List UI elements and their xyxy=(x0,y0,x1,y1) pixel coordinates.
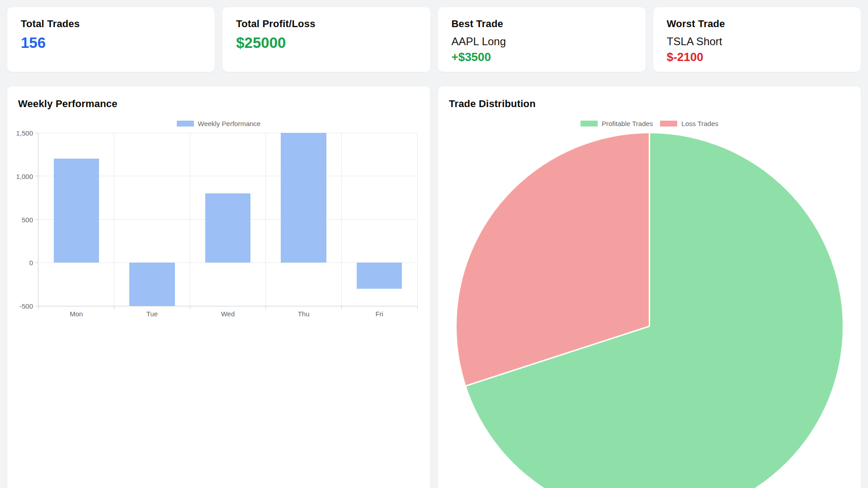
x-axis-tick xyxy=(341,306,342,309)
x-gridline xyxy=(190,133,190,306)
x-axis-tick xyxy=(417,306,418,309)
y-axis-tick xyxy=(35,133,38,133)
card-title: Total Trades xyxy=(21,18,201,30)
best-trade-value: +$3500 xyxy=(452,50,632,64)
card-title: Worst Trade xyxy=(667,18,847,30)
pie-slice-border xyxy=(466,326,650,387)
total-profit-loss-value: $25000 xyxy=(236,34,416,52)
legend-label: Profitable Trades xyxy=(602,120,653,127)
best-trade-symbol: AAPL Long xyxy=(452,35,632,48)
worst-trade-symbol: TSLA Short xyxy=(667,35,847,48)
pie-chart xyxy=(457,133,843,488)
y-axis-tick xyxy=(35,176,38,176)
bar-fri xyxy=(357,263,402,288)
bar-chart-legend: Weekly Performance xyxy=(18,120,419,127)
y-axis-tick-label: 500 xyxy=(13,216,33,223)
x-gridline xyxy=(341,133,342,306)
stats-cards-row: Total Trades 156 Total Profit/Loss $2500… xyxy=(7,7,861,72)
stat-card-total-profit-loss: Total Profit/Loss $25000 xyxy=(222,7,430,72)
y-axis-tick-label: -500 xyxy=(13,302,33,310)
legend-item-profitable-trades: Profitable Trades xyxy=(580,120,653,127)
weekly-performance-panel: Weekly Performance Weekly Performance 1,… xyxy=(7,86,430,488)
legend-swatch-icon xyxy=(580,121,598,127)
card-title: Best Trade xyxy=(452,18,632,30)
y-axis-tick-label: 1,500 xyxy=(13,129,33,137)
stat-card-best-trade: Best Trade AAPL Long +$3500 xyxy=(438,7,646,72)
stat-card-total-trades: Total Trades 156 xyxy=(7,7,215,72)
bar-mon xyxy=(54,159,99,263)
x-gridline xyxy=(265,133,266,306)
legend-swatch-icon xyxy=(660,121,677,127)
y-axis-tick xyxy=(35,219,38,220)
x-axis-tick xyxy=(114,306,114,309)
stat-card-worst-trade: Worst Trade TSLA Short $-2100 xyxy=(653,7,861,72)
bar-tue xyxy=(129,263,175,306)
x-axis-category-label: Mon xyxy=(38,310,114,318)
y-axis-tick-label: 0 xyxy=(13,259,33,267)
pie-chart-legend: Profitable TradesLoss Trades xyxy=(449,120,850,127)
worst-trade-value: $-2100 xyxy=(667,50,847,64)
x-axis-category-label: Fri xyxy=(341,310,417,318)
charts-row: Weekly Performance Weekly Performance 1,… xyxy=(7,86,861,488)
x-axis-tick xyxy=(265,306,266,309)
trade-distribution-panel: Trade Distribution Profitable TradesLoss… xyxy=(438,86,861,488)
pie-slice-border xyxy=(649,133,650,326)
y-axis-tick xyxy=(35,263,38,263)
total-trades-value: 156 xyxy=(21,34,201,52)
x-axis-category-label: Thu xyxy=(266,310,342,318)
y-axis-tick-label: 1,000 xyxy=(13,172,33,180)
bar-thu xyxy=(281,133,326,263)
trade-distribution-title: Trade Distribution xyxy=(449,98,850,110)
legend-label: Loss Trades xyxy=(681,120,718,127)
bar-chart-plot-area: 1,5001,0005000-500MonTueWedThuFri xyxy=(38,133,417,306)
weekly-performance-title: Weekly Performance xyxy=(18,98,419,110)
y-axis-tick xyxy=(35,306,38,306)
x-axis-tick xyxy=(190,306,190,309)
x-axis-category-label: Wed xyxy=(190,310,266,318)
legend-item-weekly-performance: Weekly Performance xyxy=(177,120,261,127)
legend-item-loss-trades: Loss Trades xyxy=(660,120,718,127)
x-gridline xyxy=(417,133,418,306)
x-axis-tick xyxy=(38,306,39,309)
legend-label: Weekly Performance xyxy=(198,120,261,127)
x-gridline xyxy=(114,133,114,306)
bar-wed xyxy=(205,193,251,263)
card-title: Total Profit/Loss xyxy=(236,18,416,30)
x-axis-category-label: Tue xyxy=(114,310,190,318)
legend-swatch-icon xyxy=(177,121,194,127)
y-gridline xyxy=(38,133,417,133)
